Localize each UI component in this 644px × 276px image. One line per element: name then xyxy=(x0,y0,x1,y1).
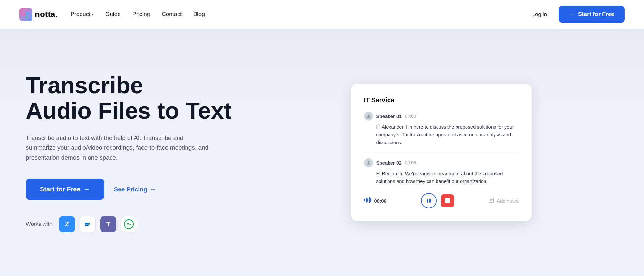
player-bar: 00:08 xyxy=(364,193,519,208)
svg-rect-12 xyxy=(427,199,428,203)
speaker2-time: 00:08 xyxy=(405,160,416,165)
zoom-app-icon: Z xyxy=(59,216,75,232)
speaker2-text: Hi Benjamin. We're eager to hear more ab… xyxy=(364,170,519,185)
hero-section: Transcribe Audio Files to Text Transcrib… xyxy=(0,29,644,276)
hero-cta-button[interactable]: Start for Free → xyxy=(26,179,104,200)
card-title: IT Service xyxy=(364,97,519,104)
logo-icon xyxy=(19,8,32,21)
login-button[interactable]: Log in xyxy=(527,9,552,20)
webex-app-icon xyxy=(121,216,137,232)
svg-point-5 xyxy=(368,115,369,116)
player-time-label: 00:08 xyxy=(374,198,387,204)
speaker1-name: Speaker 01 xyxy=(376,114,402,119)
works-with: Works with Z T xyxy=(26,216,245,232)
stop-button[interactable] xyxy=(441,194,454,207)
nav-guide[interactable]: Guide xyxy=(105,11,121,18)
speaker1-meta: Speaker 01 00:03 xyxy=(364,112,519,121)
chevron-down-icon: ▾ xyxy=(92,12,94,17)
nav-contact[interactable]: Contact xyxy=(162,11,182,18)
speaker1-avatar xyxy=(364,112,373,121)
see-pricing-button[interactable]: See Pricing → xyxy=(114,186,156,193)
svg-rect-9 xyxy=(367,198,368,202)
player-time: 00:08 xyxy=(364,197,387,205)
speaker2-avatar xyxy=(364,158,373,167)
navigation: notta. Product ▾ Guide Pricing Contact B… xyxy=(0,0,644,29)
svg-rect-0 xyxy=(23,13,25,16)
waveform-icon xyxy=(364,197,372,205)
svg-rect-2 xyxy=(26,16,27,17)
svg-rect-11 xyxy=(370,198,371,202)
notes-icon xyxy=(488,197,494,205)
hero-right: IT Service Speaker 01 00:03 Hi Alexander… xyxy=(264,84,618,221)
speaker2-block: Speaker 02 00:08 Hi Benjamin. We're eage… xyxy=(364,158,519,185)
svg-rect-8 xyxy=(366,198,367,203)
add-notes-button[interactable]: Add notes xyxy=(488,197,519,205)
hero-buttons: Start for Free → See Pricing → xyxy=(26,179,245,200)
speaker1-text: Hi Alexander. I'm here to discuss the pr… xyxy=(364,123,519,146)
speaker1-time: 00:03 xyxy=(405,114,416,119)
teams-app-icon: T xyxy=(100,216,116,232)
transcript-card: IT Service Speaker 01 00:03 Hi Alexander… xyxy=(351,84,532,221)
player-controls xyxy=(421,193,454,208)
svg-rect-10 xyxy=(369,197,370,203)
app-icons: Z T xyxy=(59,216,137,232)
svg-rect-1 xyxy=(26,12,29,15)
hero-left: Transcribe Audio Files to Text Transcrib… xyxy=(26,73,245,233)
pause-button[interactable] xyxy=(421,193,437,208)
hero-description: Transcribe audio to text with the help o… xyxy=(26,133,213,162)
nav-cta-button[interactable]: → Start for Free xyxy=(559,6,625,23)
speaker2-meta: Speaker 02 00:08 xyxy=(364,158,519,167)
add-notes-label: Add notes xyxy=(497,198,519,204)
speaker2-name: Speaker 02 xyxy=(376,160,402,166)
hero-cta-arrow: → xyxy=(84,186,90,193)
nav-left: notta. Product ▾ Guide Pricing Contact B… xyxy=(19,8,205,21)
google-meet-app-icon xyxy=(80,216,96,232)
see-pricing-arrow: → xyxy=(150,186,156,193)
logo-link[interactable]: notta. xyxy=(19,8,58,21)
nav-pricing[interactable]: Pricing xyxy=(132,11,150,18)
logo-text: notta. xyxy=(35,9,58,19)
works-with-label: Works with xyxy=(26,221,53,227)
nav-blog[interactable]: Blog xyxy=(193,11,205,18)
svg-point-6 xyxy=(368,161,369,163)
hero-title: Transcribe Audio Files to Text xyxy=(26,73,245,124)
stop-icon xyxy=(445,198,450,203)
svg-rect-14 xyxy=(489,198,494,202)
nav-product[interactable]: Product ▾ xyxy=(71,11,94,18)
speaker1-block: Speaker 01 00:03 Hi Alexander. I'm here … xyxy=(364,112,519,146)
nav-right: Log in → Start for Free xyxy=(527,6,625,23)
svg-rect-7 xyxy=(364,199,365,201)
svg-rect-13 xyxy=(429,199,431,203)
card-divider xyxy=(364,153,519,153)
nav-links: Product ▾ Guide Pricing Contact Blog xyxy=(71,11,205,18)
nav-cta-arrow: → xyxy=(569,11,575,18)
